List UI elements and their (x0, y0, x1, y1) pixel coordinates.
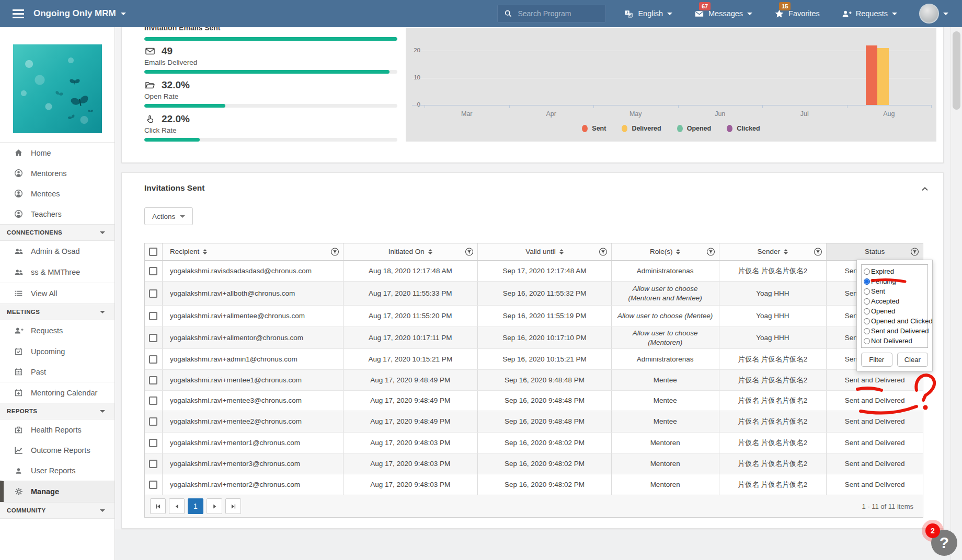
x-axis-tick (509, 105, 510, 108)
sort-icon[interactable] (676, 249, 680, 254)
program-title-dropdown[interactable]: Ongoing Only MRM (33, 8, 126, 19)
column-header-sender[interactable]: Sender (719, 243, 827, 260)
column-header-initiated-on[interactable]: Initiated On (343, 243, 478, 260)
sidebar-item-mentorens[interactable]: Mentorens (0, 163, 114, 183)
sort-icon[interactable] (559, 249, 564, 254)
sidebar-item-user-reports[interactable]: User Reports (0, 461, 114, 481)
filter-funnel-icon[interactable] (814, 248, 822, 256)
column-label: Sender (758, 247, 781, 256)
chevron-down-icon (892, 13, 897, 15)
row-checkbox[interactable] (149, 460, 157, 468)
filter-option-expired[interactable]: Expired (864, 266, 925, 276)
cell-role: Administratorenas (611, 349, 719, 369)
sidebar-item-requests[interactable]: Requests (0, 320, 114, 341)
previous-page-button[interactable] (169, 498, 185, 514)
sidebar-item-mentoring-calendar[interactable]: Mentoring Calendar (0, 382, 114, 403)
x-axis-tick (847, 105, 848, 108)
cell-status: Sent and Delivered (826, 453, 923, 474)
sidebar-item-mentees[interactable]: Mentees (0, 183, 114, 204)
radio-button[interactable] (864, 328, 870, 334)
filter-option-sent[interactable]: Sent (864, 286, 925, 296)
actions-button[interactable]: Actions (144, 207, 193, 225)
legend-label: Opened (687, 125, 712, 132)
radio-button[interactable] (864, 298, 870, 305)
row-checkbox[interactable] (149, 312, 157, 320)
radio-button[interactable] (864, 318, 870, 324)
user-menu[interactable] (919, 4, 948, 24)
row-checkbox[interactable] (149, 289, 157, 298)
chevron-down-icon (100, 311, 105, 313)
sidebar-item-outcome-reports[interactable]: Outcome Reports (0, 440, 114, 461)
program-logo-image (13, 44, 102, 133)
favorites-link[interactable]: 15 Favorites (774, 9, 820, 19)
sidebar-item-view-all[interactable]: View All (0, 283, 114, 304)
sidebar-item-upcoming[interactable]: Upcoming (0, 341, 114, 361)
sidebar-item-admin-osad[interactable]: Admin & Osad (0, 241, 114, 262)
row-checkbox[interactable] (149, 481, 157, 489)
filter-funnel-icon[interactable] (706, 248, 715, 256)
hamburger-menu-icon[interactable] (13, 7, 24, 20)
filter-funnel-icon[interactable] (599, 248, 608, 256)
sort-icon[interactable] (428, 249, 432, 254)
sidebar-item-home[interactable]: Home (0, 143, 114, 163)
calendar-plus-icon (14, 388, 24, 397)
sort-icon[interactable] (203, 249, 207, 254)
row-checkbox[interactable] (149, 376, 157, 384)
scrollbar-thumb[interactable] (953, 31, 960, 110)
sidebar-section-meetings[interactable]: MEETINGS (0, 304, 114, 320)
select-all-checkbox[interactable] (149, 248, 157, 256)
clear-button[interactable]: Clear (897, 353, 929, 367)
row-checkbox[interactable] (149, 396, 157, 405)
chart-legend: SentDeliveredOpenedClicked (406, 125, 936, 132)
sidebar-item-manage[interactable]: Manage (0, 481, 114, 502)
last-page-button[interactable] (225, 498, 241, 514)
page-number-button[interactable]: 1 (188, 498, 203, 514)
radio-button[interactable] (864, 308, 870, 314)
legend-item-delivered: Delivered (622, 125, 661, 132)
filter-option-opened-and-clicked[interactable]: Opened and Clicked (864, 316, 925, 326)
radio-button[interactable] (864, 338, 870, 344)
pagination-info: 1 - 11 of 11 items (862, 503, 918, 510)
cell-valid-until: Sep 16, 2020 9:48:02 PM (477, 453, 611, 474)
messages-dropdown[interactable]: 67 Messages (694, 9, 752, 19)
sidebar-section-reports[interactable]: REPORTS (0, 403, 114, 419)
column-header-valid-until[interactable]: Valid until (477, 243, 611, 260)
notification-badge: 2 (925, 523, 940, 538)
row-checkbox[interactable] (149, 417, 157, 426)
filter-funnel-icon[interactable] (330, 248, 339, 256)
sidebar-item-label: View All (31, 289, 58, 298)
column-header-role-s[interactable]: Role(s) (611, 243, 719, 260)
sidebar-section-connectionens[interactable]: CONNECTIONENS (0, 224, 114, 241)
column-header-status[interactable]: Status (826, 243, 923, 260)
filter-option-not-delivered[interactable]: Not Delivered (864, 336, 925, 346)
language-dropdown[interactable]: English (624, 9, 672, 18)
radio-button[interactable] (864, 288, 870, 295)
chevron-down-icon (100, 410, 105, 413)
row-checkbox[interactable] (149, 334, 157, 342)
x-axis-month-label: Aug (872, 110, 906, 118)
sidebar-section-community[interactable]: COMMUNITY (0, 502, 114, 519)
requests-dropdown[interactable]: Requests (842, 9, 897, 19)
filter-option-pending[interactable]: Pending (864, 276, 925, 286)
sidebar-item-health-reports[interactable]: Health Reports (0, 419, 114, 440)
filter-funnel-icon[interactable] (910, 248, 919, 256)
radio-button[interactable] (864, 278, 870, 285)
filter-funnel-icon[interactable] (465, 248, 474, 256)
filter-button[interactable]: Filter (861, 353, 892, 367)
filter-option-accepted[interactable]: Accepted (864, 296, 925, 306)
first-page-button[interactable] (150, 498, 166, 514)
row-checkbox[interactable] (149, 267, 157, 275)
sidebar-item-ss-mmthree[interactable]: ss & MMThree (0, 262, 114, 283)
sidebar-item-teachers[interactable]: Teachers (0, 204, 114, 224)
filter-option-opened[interactable]: Opened (864, 306, 925, 316)
radio-button[interactable] (864, 269, 870, 275)
filter-option-sent-and-delivered[interactable]: Sent and Delivered (864, 326, 925, 336)
column-header-recipient[interactable]: Recipient (162, 243, 343, 260)
sidebar-item-past[interactable]: Past (0, 361, 114, 382)
collapse-panel-button[interactable] (920, 184, 930, 194)
next-page-button[interactable] (207, 498, 222, 514)
row-checkbox[interactable] (149, 439, 157, 447)
sort-icon[interactable] (784, 249, 788, 254)
search-input[interactable] (518, 9, 596, 18)
row-checkbox[interactable] (149, 355, 157, 364)
